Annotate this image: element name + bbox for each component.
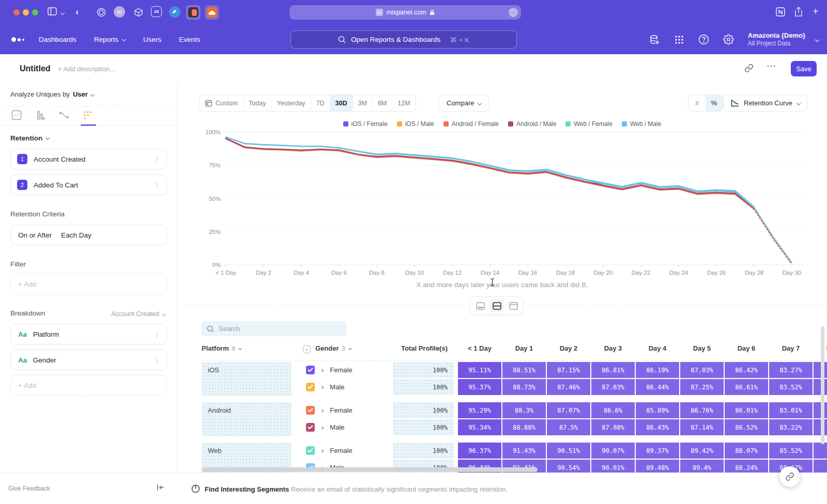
retention-value-cell[interactable]: 95.34% (458, 419, 501, 435)
retention-value-cell[interactable]: 88.07% (725, 443, 768, 459)
collapse-sidebar-icon[interactable] (157, 484, 165, 493)
range-3m[interactable]: 3M (353, 95, 373, 111)
retention-value-cell[interactable]: 83.22% (769, 419, 813, 435)
breakdown-platform-kebab-icon[interactable]: ⋮ (154, 330, 160, 338)
retention-value-cell[interactable]: 87.03% (680, 362, 724, 378)
series-checkbox[interactable] (306, 383, 315, 391)
window-zoom-button[interactable] (32, 9, 38, 15)
retention-step-2[interactable]: 2 Added To Cart ⋮ (10, 175, 167, 195)
retention-value-cell[interactable]: 85.52% (769, 443, 813, 459)
retention-value-cell[interactable]: 96.37% (458, 443, 501, 459)
retention-value-cell[interactable]: 88.24% (725, 460, 768, 472)
retention-value-cell[interactable]: 95.11% (458, 362, 501, 378)
range-7d[interactable]: 7D (311, 95, 330, 111)
tab-bird-icon[interactable] (169, 6, 180, 18)
tab-active-mixpanel[interactable] (186, 5, 201, 20)
gender-cell[interactable]: ›Male (297, 379, 389, 395)
unit-count-button[interactable]: # (688, 95, 706, 111)
layout-table-only-button[interactable] (506, 299, 520, 312)
copy-link-icon[interactable] (744, 64, 754, 75)
column-total-profiles[interactable]: Total Profile(s) (388, 344, 448, 352)
retention-value-cell[interactable] (814, 443, 827, 459)
column-day[interactable]: Day 8 (814, 344, 827, 352)
notion-extension-icon[interactable] (775, 7, 786, 19)
retention-value-cell[interactable]: 89.37% (636, 443, 679, 459)
retention-value-cell[interactable]: 87.25% (680, 379, 724, 395)
series-checkbox[interactable] (306, 446, 315, 455)
range-12m[interactable]: 12M (392, 95, 415, 111)
tab-cube-icon[interactable] (132, 6, 145, 19)
retention-value-cell[interactable]: 87.14% (680, 419, 724, 435)
series-checkbox[interactable] (306, 423, 315, 432)
breakdown-gender-kebab-icon[interactable]: ⋮ (154, 356, 160, 364)
tab-funnels-icon[interactable] (35, 110, 45, 120)
retention-value-cell[interactable]: 86.42% (725, 362, 768, 378)
retention-value-cell[interactable]: 87.08% (591, 419, 635, 435)
tab-retention-icon[interactable] (83, 110, 93, 120)
retention-value-cell[interactable] (814, 402, 827, 418)
retention-value-cell[interactable] (814, 460, 827, 472)
new-tab-button[interactable]: + (813, 6, 819, 18)
breakdown-platform[interactable]: Aa Platform ⋮ (10, 324, 167, 344)
retention-line-chart[interactable]: 0%25%50%75%100%< 1 DayDay 2Day 4Day 6Day… (177, 130, 827, 279)
chart-type-dropdown[interactable]: Retention Curve (724, 94, 807, 112)
column-day[interactable]: Day 6 (725, 344, 768, 352)
table-search-input[interactable]: Search (202, 321, 346, 336)
retention-value-cell[interactable]: 90.51% (547, 443, 590, 459)
mixpanel-logo[interactable] (11, 37, 24, 42)
analyze-value[interactable]: User (73, 90, 88, 98)
tab-soundcloud-icon[interactable] (205, 5, 219, 20)
retention-value-cell[interactable]: 95.29% (458, 402, 501, 418)
column-day[interactable]: Day 7 (769, 344, 813, 352)
legend-item[interactable]: Android / Female (443, 120, 499, 128)
retention-value-cell[interactable]: 87.5% (547, 419, 590, 435)
retention-value-cell[interactable]: 88.51% (502, 362, 546, 378)
retention-value-cell[interactable] (814, 379, 827, 395)
sidebar-toggle-icon[interactable] (48, 7, 57, 17)
window-close-button[interactable] (13, 9, 20, 15)
share-link-fab[interactable] (779, 466, 800, 487)
column-day[interactable]: Day 5 (680, 344, 724, 352)
legend-item[interactable]: Web / Male (622, 120, 661, 128)
column-platform[interactable]: Platform4 (202, 344, 241, 352)
retention-value-cell[interactable]: 89.4% (680, 460, 724, 472)
range-30d[interactable]: 30D (330, 95, 353, 111)
breakdown-scope[interactable]: Account Created (111, 310, 165, 318)
column-day[interactable]: < 1 Day (458, 344, 501, 352)
retention-value-cell[interactable]: 86.19% (636, 362, 679, 378)
vertical-scrollbar[interactable] (821, 326, 824, 444)
tab-target-icon[interactable] (95, 6, 108, 19)
retention-value-cell[interactable]: 86.61% (725, 379, 768, 395)
retention-value-cell[interactable]: 88.3% (502, 402, 546, 418)
retention-value-cell[interactable]: 89.48% (636, 460, 679, 472)
expand-chevron-icon[interactable]: › (321, 423, 324, 431)
step-2-kebab-icon[interactable]: ⋮ (154, 181, 160, 189)
retention-section-header[interactable]: Retention (10, 134, 49, 142)
gender-cell[interactable]: ›Female (297, 402, 389, 418)
global-search[interactable]: Open Reports & Dashboards ⌘ + K (290, 30, 517, 49)
legend-item[interactable]: Android / Male (508, 120, 556, 128)
retention-value-cell[interactable]: 91.43% (502, 443, 546, 459)
retention-value-cell[interactable]: 86.81% (591, 362, 635, 378)
retention-value-cell[interactable]: 87.03% (591, 379, 635, 395)
column-day[interactable]: Day 4 (636, 344, 679, 352)
column-day[interactable]: Day 2 (547, 344, 590, 352)
retention-value-cell[interactable]: 86.01% (725, 402, 768, 418)
share-icon[interactable] (794, 7, 803, 19)
breakdown-add-button[interactable]: + Add (10, 375, 167, 396)
retention-value-cell[interactable]: 89.42% (680, 443, 724, 459)
gender-select-all-checkbox[interactable]: − (303, 345, 311, 353)
help-icon[interactable] (698, 34, 710, 45)
column-gender[interactable]: Gender3 (315, 344, 351, 352)
gender-cell[interactable]: ›Male (297, 419, 389, 435)
step-1-kebab-icon[interactable]: ⋮ (154, 155, 160, 163)
report-title[interactable]: Untitled (20, 64, 51, 73)
back-button[interactable]: ‹ (75, 6, 79, 18)
retention-value-cell[interactable]: 86.76% (680, 402, 724, 418)
unit-percent-button[interactable]: % (706, 95, 723, 111)
range-6m[interactable]: 6M (373, 95, 392, 111)
retention-value-cell[interactable]: 90.54% (547, 460, 590, 472)
layout-chart-only-button[interactable] (473, 299, 487, 312)
retention-value-cell[interactable]: 95.37% (458, 379, 501, 395)
expand-chevron-icon[interactable]: › (321, 366, 324, 374)
